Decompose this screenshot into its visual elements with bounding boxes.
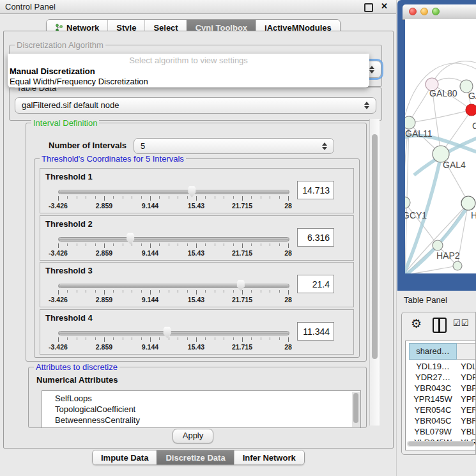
float-window-icon[interactable] [364, 3, 373, 12]
screen: Control Panel ✕ NetworkStyleSelectCyni T… [0, 0, 476, 476]
table-panel-title: Table Panel [404, 295, 447, 305]
algorithm-option-equal-width-frequency-discretization[interactable]: Equal Width/Frequency Discretization [9, 77, 368, 87]
network-node-gcy1[interactable] [405, 197, 410, 208]
tick-mark [95, 337, 96, 340]
table-header: shared… na [406, 343, 475, 360]
attributes-listbox[interactable]: SelfLoopsTopologicalCoefficientBetweenne… [42, 390, 361, 428]
tick-mark [288, 243, 289, 248]
threshold-slider-track[interactable] [58, 237, 289, 242]
tick-mark [251, 243, 252, 246]
tick-mark [288, 196, 289, 201]
column-header-name[interactable]: na [457, 343, 475, 360]
close-icon[interactable]: ✕ [381, 1, 388, 11]
threshold-value-field[interactable]: 11.344 [297, 322, 334, 341]
algorithm-dropdown-hint: Select algorithm to view settings [8, 56, 369, 65]
attributes-group-title: Attributes to discretize [34, 362, 119, 372]
threshold-label: Threshold 4 [45, 313, 93, 323]
slider-ticks [58, 243, 288, 249]
interval-definition-groupbox: Interval Definition Number of Intervals … [26, 123, 367, 362]
tick-mark [95, 290, 96, 293]
scrollbar-thumb[interactable] [372, 134, 378, 359]
apply-button[interactable]: Apply [173, 429, 213, 443]
cell-name: YBR0 [461, 415, 475, 426]
table-hscrollbar[interactable] [407, 441, 474, 447]
tick-mark [67, 196, 68, 199]
tab-impute-data[interactable]: Impute Data [93, 450, 157, 464]
tick-mark [150, 243, 151, 248]
threshold-value-field[interactable]: 14.713 [297, 181, 334, 199]
tick-mark [215, 243, 215, 246]
network-node-bottom-partial[interactable] [453, 261, 462, 270]
gear-icon[interactable]: ⚙ [411, 316, 422, 331]
attributes-list-scrollbar[interactable] [352, 392, 360, 427]
network-node-hap2[interactable] [433, 240, 443, 250]
tick-label: 15.43 [188, 249, 204, 257]
tick-mark [132, 196, 132, 199]
tick-mark [242, 196, 243, 201]
tick-label: 15.43 [188, 202, 204, 210]
list-item-selfloops[interactable]: SelfLoops [42, 393, 360, 404]
table-row[interactable]: YBR043CYBR0 [406, 383, 475, 394]
network-node-label: GAL4 [443, 160, 466, 170]
tick-mark [270, 290, 270, 293]
tick-label: 28 [284, 296, 292, 303]
network-node-red[interactable] [466, 104, 476, 116]
network-canvas[interactable]: GAL80GACGAL11GAL4GCY1HHAP2 [405, 19, 476, 273]
table-data-combobox[interactable]: galFiltered.sif default node [15, 97, 376, 114]
network-node-h[interactable] [461, 196, 475, 210]
scrollbar-thumb[interactable] [353, 393, 358, 423]
threshold-panel-1: Threshold 1-3.4262.8599.14415.4321.71528… [40, 168, 354, 213]
tick-mark [141, 196, 142, 199]
tick-label: 28 [284, 343, 292, 351]
tick-mark [113, 243, 114, 246]
minimize-traffic-light[interactable] [420, 8, 428, 15]
list-item-betweennesscentrality[interactable]: BetweennessCentrality [42, 415, 360, 426]
settings-scrollbar[interactable] [369, 119, 380, 426]
tick-mark [187, 290, 188, 293]
tick-mark [169, 290, 169, 293]
select-columns-icons[interactable]: ☑☑ [453, 318, 469, 328]
tick-mark [279, 196, 280, 199]
threshold-slider-track[interactable] [58, 284, 289, 288]
list-item-topologicalcoefficient[interactable]: TopologicalCoefficient [42, 404, 360, 415]
network-node-label: GA [468, 91, 476, 101]
table-row[interactable]: YDR27…YDR2 [406, 372, 475, 383]
network-node-label: GAL80 [429, 88, 457, 98]
column-header-shared-name[interactable]: shared… [409, 343, 457, 360]
tick-mark [187, 196, 188, 199]
tick-mark [104, 196, 105, 201]
slider-tick-labels: -3.4262.8599.14415.4321.71528 [58, 249, 288, 257]
panel-title: Control Panel [5, 2, 56, 12]
tick-mark [67, 243, 68, 246]
table-row[interactable]: YDL19…YDL1 [406, 361, 475, 372]
tick-label: 21.715 [232, 202, 252, 210]
zoom-traffic-light[interactable] [432, 8, 440, 15]
table-row[interactable]: YIL052CYIL0 [406, 448, 475, 449]
table-row[interactable]: YPR145WYPR1 [406, 394, 475, 404]
network-node-gal11[interactable] [405, 116, 415, 129]
table-row[interactable]: YBL079WYBL0 [406, 426, 475, 437]
scrollbar-thumb[interactable] [408, 441, 474, 446]
close-traffic-light[interactable] [409, 8, 417, 15]
tick-label: 9.144 [142, 249, 158, 257]
tick-mark [141, 243, 142, 246]
tick-mark [215, 290, 215, 293]
algorithm-option-manual-discretization[interactable]: Manual Discretization [9, 66, 368, 77]
tab-discretize-data[interactable]: Discretize Data [157, 450, 233, 464]
threshold-slider-track[interactable] [58, 331, 289, 335]
threshold-value-field[interactable]: 21.4 [297, 275, 334, 293]
tick-mark [288, 337, 289, 342]
threshold-value-field[interactable]: 6.316 [297, 228, 334, 247]
num-intervals-combobox[interactable]: 5 [134, 138, 334, 154]
threshold-slider-track[interactable] [58, 190, 289, 194]
tab-infer-network[interactable]: Infer Network [234, 450, 304, 464]
tick-mark [67, 337, 68, 340]
tick-mark [178, 196, 178, 199]
algorithm-dropdown-popup: Select algorithm to view settings Manual… [8, 54, 369, 88]
network-node-label: C [472, 121, 476, 131]
table-row[interactable]: YER054CYER0 [406, 404, 475, 415]
network-node-label: GCY1 [405, 210, 427, 220]
table-row[interactable]: YBR045CYBR0 [406, 415, 475, 426]
column-layout-icon[interactable] [433, 318, 447, 333]
tick-mark [95, 243, 96, 246]
